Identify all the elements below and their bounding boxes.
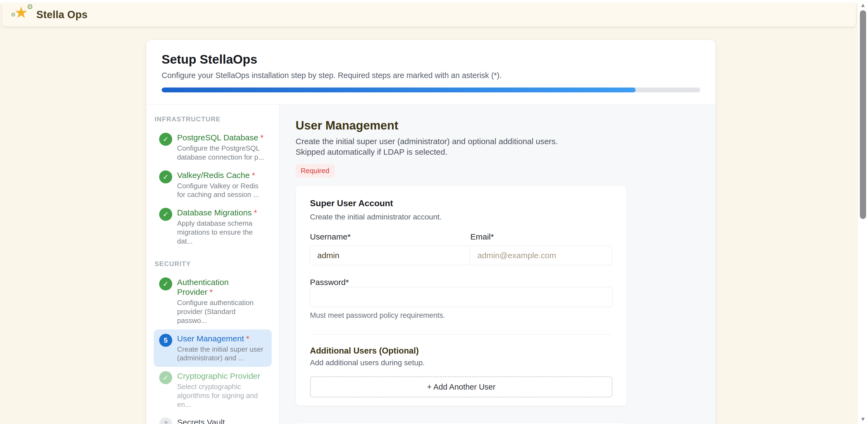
username-email-row: Username* Email* <box>310 232 613 265</box>
sidebar-item-postgresql-database[interactable]: ✓ PostgreSQL Database* Configure the Pos… <box>154 128 272 166</box>
step-heading: User Management <box>296 119 700 132</box>
sidebar-section-infrastructure: INFRASTRUCTURE ✓ PostgreSQL Database* Co… <box>154 116 272 250</box>
sidebar-item-secrets-vault[interactable]: 7 Secrets Vault Configure a secrets vaul… <box>154 413 272 424</box>
page-subtitle: Configure your StellaOps installation st… <box>162 71 700 80</box>
required-asterisk: * <box>254 208 257 217</box>
scrollbar-down-arrow-icon[interactable]: ▼ <box>858 416 868 422</box>
section-label: SECURITY <box>155 260 271 268</box>
scrollbar-thumb[interactable] <box>860 10 866 219</box>
step-description: Create the initial super user (administr… <box>177 345 266 363</box>
step-description: Configure Valkey or Redis for caching an… <box>177 182 266 199</box>
step-title: User Management* <box>177 334 266 344</box>
step-description: Configure authentication provider (Stand… <box>177 298 266 325</box>
step-title: Cryptographic Provider <box>177 371 266 381</box>
username-label: Username* <box>310 232 470 241</box>
section-label: INFRASTRUCTURE <box>155 116 271 123</box>
setup-wizard-card: Setup StellaOps Configure your StellaOps… <box>147 40 715 424</box>
super-user-account-panel: Super User Account Create the initial ad… <box>296 186 627 406</box>
password-label: Password* <box>310 278 349 287</box>
page-title: Setup StellaOps <box>162 52 700 67</box>
email-field-group: Email* <box>470 232 613 265</box>
step-check-icon: ✓ <box>159 371 172 384</box>
step-check-icon: ✓ <box>159 208 172 221</box>
additional-users-subtitle: Add additional users during setup. <box>310 358 613 367</box>
step-title: PostgreSQL Database* <box>177 133 266 142</box>
page-scrollbar[interactable]: ▲ ▼ <box>858 0 868 424</box>
required-badge: Required <box>296 164 335 177</box>
step-description: Configure the PostgreSQL database connec… <box>177 144 266 162</box>
sidebar-item-authentication-provider[interactable]: ✓ Authentication Provider* Configure aut… <box>154 273 272 329</box>
sidebar-item-database-migrations[interactable]: ✓ Database Migrations* Apply database sc… <box>154 203 272 250</box>
step-content-area: User Management Create the initial super… <box>279 105 715 424</box>
panel-subtitle: Create the initial administrator account… <box>310 213 613 221</box>
add-another-user-button[interactable]: + Add Another User <box>310 376 613 397</box>
username-field-group: Username* <box>310 232 470 265</box>
gear-icon: ⚙ <box>11 11 16 18</box>
additional-users-title: Additional Users (Optional) <box>310 346 613 356</box>
username-input[interactable] <box>310 246 470 265</box>
brand-title: Stella Ops <box>36 9 88 21</box>
wizard-header: Setup StellaOps Configure your StellaOps… <box>147 40 715 105</box>
step-check-icon: ✓ <box>159 133 172 146</box>
step-description: Apply database schema migrations to ensu… <box>177 219 266 246</box>
email-input[interactable] <box>470 246 612 265</box>
step-title: Secrets Vault <box>177 418 266 424</box>
email-label: Email* <box>470 232 613 241</box>
step-description: Select cryptographic algorithms for sign… <box>177 382 266 409</box>
sidebar-section-security: SECURITY ✓ Authentication Provider* Conf… <box>154 260 272 424</box>
gear-icon: ⚙ <box>27 3 33 11</box>
step-check-icon: ✓ <box>159 278 172 290</box>
step-description-text: Create the initial super user (administr… <box>296 136 588 157</box>
password-help-text: Must meet password policy requirements. <box>310 311 613 320</box>
required-asterisk: * <box>260 133 264 142</box>
step-title: Valkey/Redis Cache* <box>177 170 266 180</box>
sidebar-item-user-management[interactable]: 5 User Management* Create the initial su… <box>154 329 272 367</box>
step-check-icon: ✓ <box>159 170 172 184</box>
star-icon: ★ <box>14 3 28 22</box>
password-input[interactable] <box>310 287 613 307</box>
scrollbar-up-arrow-icon[interactable]: ▲ <box>858 2 868 8</box>
step-number-badge: 7 <box>159 418 172 424</box>
setup-progress-fill <box>162 88 636 92</box>
step-title: Database Migrations* <box>177 208 266 218</box>
app-top-bar: ★ ⚙ ⚙ Stella Ops <box>2 3 856 27</box>
validation-checks-panel: Validation Checks connectivity Check pas… <box>296 423 627 424</box>
sidebar-item-valkey-redis-cache[interactable]: ✓ Valkey/Redis Cache* Configure Valkey o… <box>154 166 272 204</box>
setup-progress-bar <box>162 88 700 92</box>
stella-ops-logo[interactable]: ★ ⚙ ⚙ <box>14 6 31 23</box>
step-title: Authentication Provider* <box>177 278 266 297</box>
steps-sidebar: INFRASTRUCTURE ✓ PostgreSQL Database* Co… <box>147 105 279 424</box>
required-asterisk: * <box>246 334 249 343</box>
sidebar-item-cryptographic-provider[interactable]: ✓ Cryptographic Provider Select cryptogr… <box>154 367 272 413</box>
required-asterisk: * <box>210 288 213 296</box>
password-field-group: Password* Must meet password policy requ… <box>310 278 613 320</box>
required-asterisk: * <box>252 171 255 180</box>
section-divider <box>310 334 613 335</box>
panel-title: Super User Account <box>310 198 613 208</box>
step-number-badge: 5 <box>159 334 172 347</box>
